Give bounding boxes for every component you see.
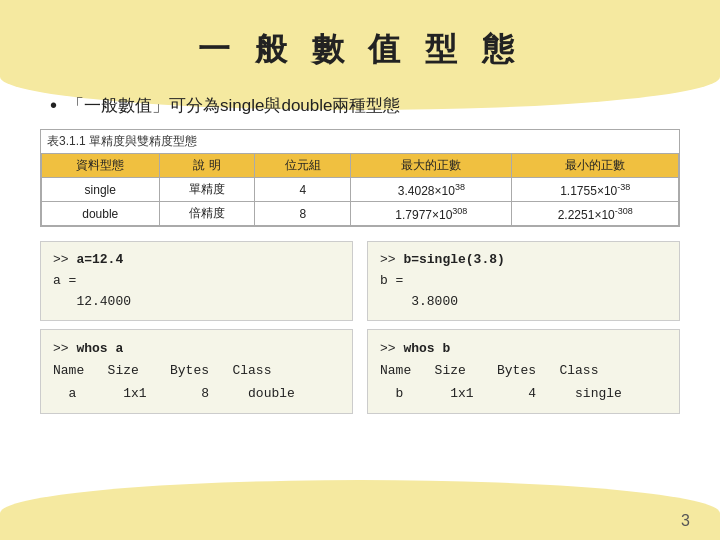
cell-bytes: 8: [255, 202, 351, 226]
cell-max: 1.7977×10308: [351, 202, 512, 226]
table-row: single 單精度 4 3.4028×1038 1.1755×10-38: [42, 178, 679, 202]
page-number: 3: [681, 512, 690, 530]
whos-b-header: Name Size Bytes Class: [380, 363, 598, 378]
precision-table: 資料型態 說 明 位元組 最大的正數 最小的正數 single 單精度 4 3.…: [41, 153, 679, 226]
code-block-a-assign: >> a=12.4 a = 12.4000: [40, 241, 353, 321]
col-header-min: 最小的正數: [512, 154, 679, 178]
table-header-row: 資料型態 說 明 位元組 最大的正數 最小的正數: [42, 154, 679, 178]
code-grid-bottom: >> whos a Name Size Bytes Class a 1x1 8 …: [40, 329, 680, 413]
col-header-type: 資料型態: [42, 154, 160, 178]
cmd-whos-a: whos a: [76, 341, 123, 356]
bottom-wave-decoration: [0, 480, 720, 540]
cell-max: 3.4028×1038: [351, 178, 512, 202]
cell-desc: 倍精度: [159, 202, 255, 226]
whos-a-header: Name Size Bytes Class: [53, 363, 271, 378]
cmd-a-assign: a=12.4: [76, 252, 123, 267]
cell-min: 2.2251×10-308: [512, 202, 679, 226]
cell-type: double: [42, 202, 160, 226]
col-header-bytes: 位元組: [255, 154, 351, 178]
output-a-value: 12.4000: [53, 294, 131, 309]
cell-min: 1.1755×10-38: [512, 178, 679, 202]
prompt-right-1: >>: [380, 252, 403, 267]
cmd-b-assign: b=single(3.8): [403, 252, 504, 267]
cell-bytes: 4: [255, 178, 351, 202]
prompt-right-2: >>: [380, 341, 403, 356]
table-caption: 表3.1.1 單精度與雙精度型態: [41, 130, 679, 153]
whos-b-row: b 1x1 4 single: [380, 386, 622, 401]
output-b-label: b =: [380, 273, 403, 288]
code-block-b-assign: >> b=single(3.8) b = 3.8000: [367, 241, 680, 321]
data-table-container: 表3.1.1 單精度與雙精度型態 資料型態 說 明 位元組 最大的正數 最小的正…: [40, 129, 680, 227]
bullet-text: 「一般數值」可分為single與double兩種型態: [67, 94, 400, 117]
cmd-whos-b: whos b: [403, 341, 450, 356]
code-grid-top: >> a=12.4 a = 12.4000 >> b=single(3.8) b…: [40, 241, 680, 321]
bullet-section: • 「一般數值」可分為single與double兩種型態: [50, 94, 680, 117]
page-title: 一 般 數 值 型 態: [40, 10, 680, 86]
prompt-left-1: >>: [53, 252, 76, 267]
whos-a-row: a 1x1 8 double: [53, 386, 295, 401]
output-a-label: a =: [53, 273, 76, 288]
cell-desc: 單精度: [159, 178, 255, 202]
table-row: double 倍精度 8 1.7977×10308 2.2251×10-308: [42, 202, 679, 226]
prompt-left-2: >>: [53, 341, 76, 356]
code-block-whos-b: >> whos b Name Size Bytes Class b 1x1 4 …: [367, 329, 680, 413]
bullet-dot: •: [50, 94, 57, 117]
cell-type: single: [42, 178, 160, 202]
output-b-value: 3.8000: [380, 294, 458, 309]
col-header-max: 最大的正數: [351, 154, 512, 178]
code-block-whos-a: >> whos a Name Size Bytes Class a 1x1 8 …: [40, 329, 353, 413]
col-header-desc: 說 明: [159, 154, 255, 178]
